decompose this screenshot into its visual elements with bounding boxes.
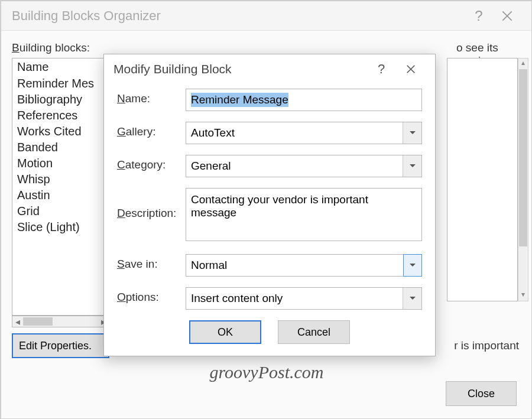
name-label: Name: — [117, 89, 186, 105]
save-in-value: Normal — [186, 259, 403, 272]
scroll-down-icon[interactable]: ▾ — [518, 290, 528, 301]
chevron-down-icon[interactable] — [403, 288, 421, 309]
list-horizontal-scrollbar[interactable]: ◂ ▸ — [12, 316, 109, 327]
organizer-title: Building Blocks Organizer — [12, 8, 465, 24]
help-icon[interactable]: ? — [366, 57, 396, 81]
close-icon[interactable] — [396, 57, 426, 81]
close-button[interactable]: Close — [446, 381, 517, 406]
modify-title: Modify Building Block — [113, 62, 366, 76]
close-icon[interactable] — [493, 4, 521, 28]
description-textarea[interactable] — [186, 188, 422, 241]
list-item[interactable]: Austin — [12, 187, 109, 203]
gallery-label: Gallery: — [117, 122, 186, 138]
save-in-combobox[interactable]: Normal — [186, 254, 422, 277]
list-item[interactable]: Reminder Mes — [12, 76, 109, 92]
chevron-down-icon[interactable] — [403, 155, 421, 177]
list-item[interactable]: References — [12, 108, 109, 124]
options-label: Options: — [117, 287, 186, 304]
ok-button[interactable]: OK — [189, 320, 261, 344]
building-blocks-list[interactable]: Name Reminder Mes Bibliography Reference… — [12, 58, 109, 316]
name-input[interactable]: Reminder Message — [186, 89, 422, 111]
organizer-titlebar: Building Blocks Organizer ? — [1, 1, 532, 31]
watermark: groovyPost.com — [1, 362, 532, 382]
help-icon[interactable]: ? — [465, 4, 493, 28]
preview-vertical-scrollbar[interactable]: ▴ ▾ — [518, 58, 528, 301]
scroll-up-icon[interactable]: ▴ — [518, 59, 528, 69]
modify-titlebar: Modify Building Block ? — [104, 54, 435, 84]
category-value: General — [186, 160, 403, 173]
edit-properties-button[interactable]: Edit Properties. — [12, 333, 109, 358]
scroll-thumb[interactable] — [519, 69, 527, 246]
chevron-down-icon[interactable] — [403, 122, 421, 144]
list-item[interactable]: Works Cited — [12, 124, 109, 139]
list-item[interactable]: Motion — [12, 155, 109, 171]
list-item[interactable]: Bibliography — [12, 92, 109, 108]
scroll-left-icon[interactable]: ◂ — [12, 316, 23, 327]
gallery-value: AutoText — [186, 126, 403, 139]
list-item[interactable]: Banded — [12, 139, 109, 155]
description-label: Description: — [117, 188, 186, 220]
list-column-name[interactable]: Name — [12, 59, 109, 76]
list-item[interactable]: Slice (Light) — [12, 219, 109, 235]
save-in-label: Save in: — [117, 254, 186, 271]
cancel-button[interactable]: Cancel — [278, 320, 350, 344]
category-combobox[interactable]: General — [186, 155, 422, 177]
gallery-combobox[interactable]: AutoText — [186, 122, 422, 144]
options-value: Insert content only — [186, 292, 403, 305]
scroll-thumb[interactable] — [23, 317, 53, 326]
name-input-value: Reminder Message — [191, 93, 288, 107]
list-item[interactable]: Whisp — [12, 171, 109, 187]
modify-building-block-dialog: Modify Building Block ? Name: Reminder M… — [103, 54, 436, 356]
options-combobox[interactable]: Insert content only — [186, 287, 422, 310]
list-item[interactable]: Grid — [12, 203, 109, 219]
category-label: Category: — [117, 155, 186, 171]
description-snippet: r is important — [454, 339, 519, 352]
preview-pane — [447, 58, 518, 301]
chevron-down-icon[interactable] — [403, 254, 422, 277]
